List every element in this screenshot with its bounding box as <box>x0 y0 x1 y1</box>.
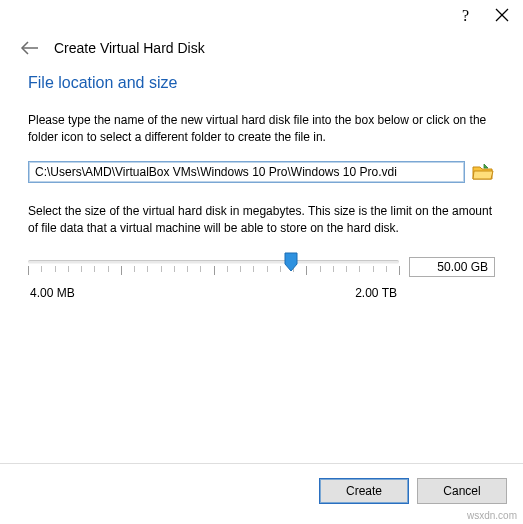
folder-icon <box>472 162 494 182</box>
page-title: Create Virtual Hard Disk <box>54 40 205 56</box>
create-button[interactable]: Create <box>319 478 409 504</box>
size-value-input[interactable] <box>409 257 495 277</box>
size-slider[interactable] <box>28 252 399 282</box>
cancel-button[interactable]: Cancel <box>417 478 507 504</box>
location-description: Please type the name of the new virtual … <box>28 112 495 147</box>
slider-min-label: 4.00 MB <box>30 286 75 300</box>
file-path-input[interactable] <box>28 161 465 183</box>
svg-text:?: ? <box>462 7 469 24</box>
close-icon[interactable] <box>495 8 509 22</box>
slider-thumb[interactable] <box>284 252 298 272</box>
browse-folder-button[interactable] <box>471 161 495 183</box>
watermark: wsxdn.com <box>467 510 517 521</box>
section-heading: File location and size <box>28 74 495 92</box>
slider-max-label: 2.00 TB <box>355 286 397 300</box>
help-icon[interactable]: ? <box>459 6 471 24</box>
size-description: Select the size of the virtual hard disk… <box>28 203 495 238</box>
back-icon[interactable] <box>20 40 40 56</box>
